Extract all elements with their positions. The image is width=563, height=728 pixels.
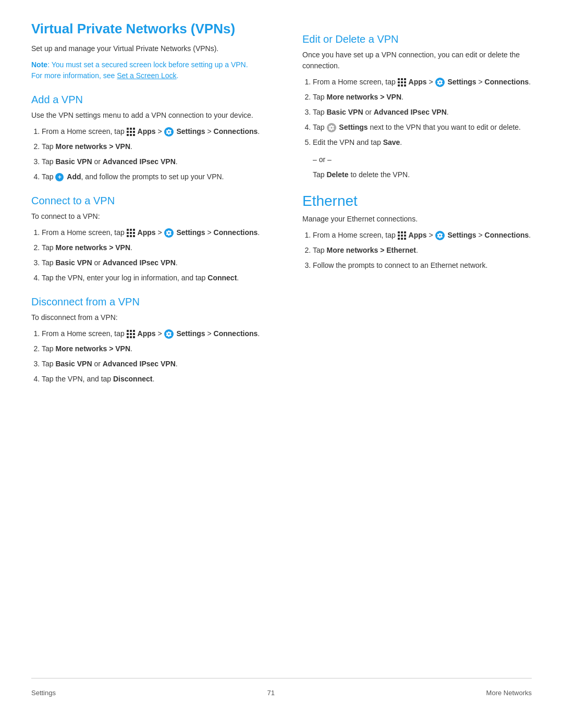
ethernet-step-1: From a Home screen, tap Apps > Settings … [313, 230, 532, 241]
add-vpn-step-2: Tap More networks > VPN. [42, 141, 261, 152]
more-networks-vpn-4: More networks > VPN [326, 93, 401, 101]
screen-lock-link[interactable]: Set a Screen Lock [117, 71, 176, 80]
add-vpn-title: Add a VPN [31, 94, 261, 106]
footer-left: Settings [31, 689, 56, 697]
apps-dots-icon [127, 128, 135, 136]
advanced-ipsec-vpn-2: Advanced IPsec VPN [103, 258, 176, 267]
delete-label: Delete [326, 170, 348, 179]
disconnect-vpn-steps: From a Home screen, tap Apps > Settings … [42, 328, 261, 385]
advanced-ipsec-vpn-1: Advanced IPsec VPN [103, 157, 176, 166]
page: Virtual Private Networks (VPNs) Set up a… [0, 0, 563, 728]
add-vpn-step-1: From a Home screen, tap Apps > Settings … [42, 126, 261, 137]
settings-label-4: Settings [447, 78, 476, 86]
connections-label: Connections [214, 127, 258, 135]
intro-text: Set up and manage your Virtual Private N… [31, 43, 261, 54]
settings-label-6: Settings [447, 231, 476, 239]
footer: Settings 71 More Networks [31, 678, 532, 697]
right-column: Edit or Delete a VPN Once you have set u… [292, 21, 532, 678]
basic-vpn-1: Basic VPN [55, 157, 92, 166]
more-networks-vpn-2: More networks > VPN [55, 243, 130, 252]
apps-label: Apps [138, 127, 156, 135]
add-label: Add [67, 172, 81, 181]
disconnect-label: Disconnect [113, 375, 152, 383]
settings-label: Settings [176, 127, 205, 135]
settings-icon-3 [164, 329, 174, 339]
disconnect-vpn-step-2: Tap More networks > VPN. [42, 343, 261, 354]
footer-page-number: 71 [267, 689, 275, 697]
connect-vpn-step-4: Tap the VPN, enter your log in informati… [42, 273, 261, 283]
edit-vpn-intro: Once you have set up a VPN connection, y… [302, 50, 532, 71]
basic-vpn-4: Basic VPN [326, 108, 363, 116]
disconnect-vpn-intro: To disconnect from a VPN: [31, 312, 261, 323]
edit-vpn-step-3: Tap Basic VPN or Advanced IPsec VPN. [313, 107, 532, 118]
add-icon: + [55, 173, 64, 181]
settings-icon-2 [164, 228, 174, 238]
advanced-ipsec-vpn-4: Advanced IPsec VPN [374, 108, 447, 116]
save-label: Save [383, 138, 400, 146]
connect-vpn-steps: From a Home screen, tap Apps > Settings … [42, 227, 261, 283]
more-networks-ethernet: More networks > Ethernet [326, 246, 416, 254]
settings-icon-5 [435, 231, 445, 240]
edit-vpn-step-1: From a Home screen, tap Apps > Settings … [313, 77, 532, 88]
or-text: – or – [313, 154, 532, 165]
note-label: Note [31, 60, 47, 69]
add-vpn-step-4: Tap + Add, and follow the prompts to set… [42, 171, 261, 182]
more-networks-vpn-3: More networks > VPN [55, 344, 130, 353]
add-vpn-steps: From a Home screen, tap Apps > Settings … [42, 126, 261, 182]
left-column: Virtual Private Networks (VPNs) Set up a… [31, 21, 271, 678]
apps-dots-icon-3 [127, 330, 135, 338]
connections-label-2: Connections [214, 228, 258, 237]
ethernet-intro: Manage your Ethernet connections. [302, 214, 532, 225]
note: Note: You must set a secured screen lock… [31, 59, 261, 81]
footer-right: More Networks [486, 689, 532, 697]
connections-label-5: Connections [485, 231, 529, 239]
apps-label-2: Apps [138, 228, 156, 237]
apps-dots-icon-5 [398, 231, 406, 240]
connect-vpn-step-3: Tap Basic VPN or Advanced IPsec VPN. [42, 257, 261, 268]
add-vpn-step-3: Tap Basic VPN or Advanced IPsec VPN. [42, 156, 261, 167]
main-columns: Virtual Private Networks (VPNs) Set up a… [31, 21, 532, 678]
apps-dots-icon-2 [127, 229, 135, 237]
ethernet-step-2: Tap More networks > Ethernet. [313, 245, 532, 256]
ethernet-steps: From a Home screen, tap Apps > Settings … [313, 230, 532, 271]
settings-label-2: Settings [176, 228, 205, 237]
edit-vpn-title: Edit or Delete a VPN [302, 33, 532, 45]
connect-label: Connect [207, 274, 237, 282]
gear-settings-icon [327, 123, 336, 132]
main-title: Virtual Private Networks (VPNs) [31, 21, 261, 37]
edit-vpn-step-5: Edit the VPN and tap Save. [313, 137, 532, 148]
edit-vpn-steps: From a Home screen, tap Apps > Settings … [313, 77, 532, 148]
delete-text: Tap Delete to delete the VPN. [313, 169, 532, 180]
basic-vpn-3: Basic VPN [55, 360, 92, 368]
apps-label-3: Apps [138, 329, 156, 338]
ethernet-step-3: Follow the prompts to connect to an Ethe… [313, 260, 532, 271]
settings-icon [164, 127, 174, 137]
apps-label-5: Apps [409, 231, 427, 239]
disconnect-vpn-step-3: Tap Basic VPN or Advanced IPsec VPN. [42, 359, 261, 369]
settings-label-3: Settings [176, 329, 205, 338]
disconnect-vpn-step-4: Tap the VPN, and tap Disconnect. [42, 374, 261, 385]
connect-vpn-title: Connect to a VPN [31, 195, 261, 207]
ethernet-title: Ethernet [302, 193, 532, 209]
disconnect-vpn-step-1: From a Home screen, tap Apps > Settings … [42, 328, 261, 339]
settings-icon-4 [435, 78, 445, 87]
edit-vpn-step-2: Tap More networks > VPN. [313, 92, 532, 103]
add-vpn-intro: Use the VPN settings menu to add a VPN c… [31, 110, 261, 121]
more-networks-vpn-1: More networks > VPN [55, 142, 130, 151]
basic-vpn-2: Basic VPN [55, 258, 92, 267]
edit-vpn-step-4: Tap Settings next to the VPN that you wa… [313, 122, 532, 133]
connections-label-3: Connections [214, 329, 258, 338]
advanced-ipsec-vpn-3: Advanced IPsec VPN [103, 360, 176, 368]
connect-vpn-step-1: From a Home screen, tap Apps > Settings … [42, 227, 261, 238]
apps-label-4: Apps [409, 78, 427, 86]
note-end: . [177, 71, 179, 80]
disconnect-vpn-title: Disconnect from a VPN [31, 296, 261, 308]
connect-vpn-intro: To connect to a VPN: [31, 211, 261, 222]
apps-dots-icon-4 [398, 78, 406, 87]
connect-vpn-step-2: Tap More networks > VPN. [42, 242, 261, 253]
settings-label-5: Settings [339, 123, 368, 131]
connections-label-4: Connections [485, 78, 529, 86]
